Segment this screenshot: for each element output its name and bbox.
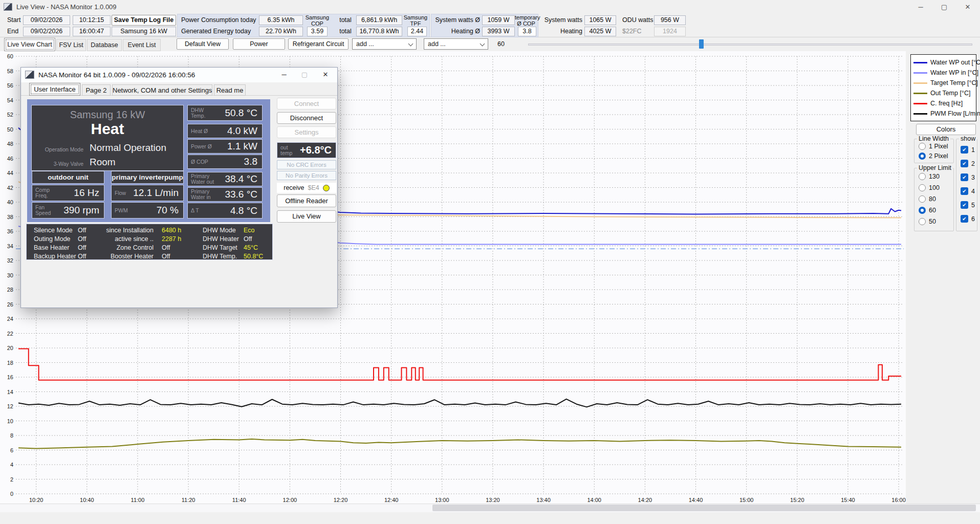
value-row-3-label: Ø COP (191, 159, 208, 165)
total-generated-label: total (337, 27, 354, 36)
show-checkbox-6[interactable]: ✔6 (961, 215, 975, 223)
upper-limit-130[interactable]: 130 (919, 173, 940, 180)
status-label: Booster Heater (103, 253, 154, 260)
value-row-4-label: PrimaryWater out (191, 173, 214, 185)
maximize-button[interactable]: ▢ (932, 0, 956, 14)
radio-icon[interactable] (919, 195, 926, 203)
radio-icon[interactable] (919, 152, 926, 160)
disconnect-button[interactable]: Disconnect (277, 112, 336, 124)
tab-event-list[interactable]: Event List (123, 39, 161, 51)
checkbox-icon[interactable]: ✔ (961, 146, 968, 154)
upper-limit-60[interactable]: 60 (919, 207, 936, 214)
line-width-2-pixel[interactable]: 2 Pixel (919, 152, 948, 160)
dialog-tab-network-com-and-other-settings[interactable]: Network, COM and other Settings (112, 84, 212, 96)
checkbox-icon[interactable]: ✔ (961, 215, 968, 223)
radio-icon[interactable] (919, 207, 926, 214)
add-series-dropdown-2[interactable]: add ... (424, 38, 488, 50)
radio-label: 130 (929, 173, 940, 180)
start-time-field[interactable]: 10:12:15 (73, 15, 111, 25)
x-tick-label: 11:00 (131, 497, 145, 503)
status-value: 50.8°C (244, 253, 263, 260)
refrigerant-circuit-button[interactable]: Refrigerant Circuit (288, 38, 349, 50)
add-series-dropdown-1[interactable]: add ... (352, 38, 417, 50)
right-panel: Water WP out [°C]Water WP in [°C]Target … (906, 51, 980, 504)
tab-database[interactable]: Database (87, 39, 122, 51)
checkbox-icon[interactable]: ✔ (961, 187, 968, 195)
tab-live-view-chart[interactable]: Live View Chart (4, 38, 55, 51)
value-row-5: PrimaryWater in33.6 °C (187, 187, 263, 202)
show-checkbox-3[interactable]: ✔3 (961, 173, 975, 181)
show-checkbox-2[interactable]: ✔2 (961, 160, 975, 167)
chart-legend: Water WP out [°C]Water WP in [°C]Target … (910, 54, 976, 121)
heating-value: 4025 W (584, 27, 616, 36)
value-row-0-value: 50.8 °C (225, 107, 257, 119)
upper-limit-80[interactable]: 80 (919, 195, 936, 203)
checkbox-icon[interactable]: ✔ (961, 173, 968, 181)
dialog-tab-read-me[interactable]: Read me (214, 84, 246, 96)
dialog-minimize-button[interactable]: ─ (277, 70, 291, 80)
default-view-button[interactable]: Default View (177, 38, 229, 50)
main-titlebar[interactable]: Live View - NASA Monitor 1.0.009 ─ ▢ ✕ (0, 0, 980, 14)
x-tick-label: 11:20 (182, 497, 195, 503)
value-row-6: Δ T4.8 °C (187, 203, 263, 219)
offline-reader-button[interactable]: Offline Reader (277, 194, 336, 207)
register-label: $22FC (622, 27, 642, 36)
minimize-button[interactable]: ─ (909, 0, 932, 14)
end-date-field[interactable]: 09/02/2026 (23, 27, 70, 36)
tab-fsv-list[interactable]: FSV List (56, 39, 86, 51)
upper-limit-100[interactable]: 100 (919, 184, 940, 191)
checkbox-icon[interactable]: ✔ (961, 160, 968, 167)
power-view-button[interactable]: Power (233, 38, 285, 50)
samsung-cop-label: Samsung COP (305, 15, 330, 27)
colors-button[interactable]: Colors (916, 124, 976, 135)
app-window: Live View - NASA Monitor 1.0.009 ─ ▢ ✕ S… (0, 0, 980, 524)
show-checkbox-1[interactable]: ✔1 (961, 146, 975, 154)
temporary-cop-label-line1: temporary (515, 14, 540, 20)
x-tick-label: 13:00 (435, 497, 449, 503)
status-value: Off (78, 253, 86, 260)
dialog-tab-page-2[interactable]: Page 2 (82, 84, 111, 96)
end-time-field[interactable]: 16:00:47 (73, 27, 111, 36)
x-tick-label: 14:00 (587, 497, 601, 503)
status-value: Off (162, 253, 170, 260)
y-tick-label: 18 (7, 360, 13, 366)
live-view-button[interactable]: Live View (277, 210, 336, 223)
upper-limit-50[interactable]: 50 (919, 218, 936, 225)
radio-icon[interactable] (919, 143, 926, 150)
radio-icon[interactable] (919, 173, 926, 180)
close-button[interactable]: ✕ (956, 0, 979, 14)
legend-item-5: PWM Flow [L/min] (913, 108, 974, 119)
power-consumption-label: Power Consumption today (181, 15, 256, 25)
receive-activity-led (323, 185, 330, 191)
horizontal-scrollbar-thumb[interactable] (432, 505, 976, 511)
y-tick-label: 56 (7, 82, 13, 89)
x-tick-label: 10:20 (29, 497, 43, 503)
radio-icon[interactable] (919, 218, 926, 225)
radio-icon[interactable] (919, 184, 926, 191)
dialog-close-button[interactable]: ✕ (318, 70, 333, 80)
out-temp-label: out temp (280, 145, 292, 156)
save-temp-log-button[interactable]: Save Temp Log File (112, 15, 176, 26)
dialog-titlebar[interactable]: NASA Monitor 64 bit 1.0.009 - 09/02/2026… (21, 68, 337, 82)
operation-mode-value: Normal Operation (90, 142, 166, 154)
y-tick-label: 26 (7, 301, 13, 308)
show-checkbox-5[interactable]: ✔5 (961, 201, 975, 209)
heating-label: Heating (542, 27, 582, 36)
dialog-maximize-button[interactable]: ▢ (297, 70, 312, 80)
start-date-field[interactable]: 09/02/2026 (23, 15, 70, 25)
line-width-1-pixel[interactable]: 1 Pixel (919, 143, 948, 150)
settings-button[interactable]: Settings (277, 126, 336, 138)
pump-row-0-label: Flow (115, 190, 126, 196)
radio-label: 100 (929, 184, 940, 191)
pump-row-0-value: 12.1 L/min (133, 187, 179, 199)
nasa-monitor-dialog: NASA Monitor 64 bit 1.0.009 - 09/02/2026… (20, 67, 338, 308)
show-checkbox-4[interactable]: ✔4 (961, 187, 975, 195)
outdoor-row-1-value: 390 rpm (63, 205, 99, 216)
time-slider-track[interactable] (528, 43, 972, 46)
y-tick-label: 60 (7, 53, 13, 59)
checkbox-icon[interactable]: ✔ (961, 201, 968, 209)
device-name-field: Samsung 16 kW (112, 27, 176, 36)
dialog-tab-user-interface[interactable]: User Interface (29, 83, 80, 96)
connect-button[interactable]: Connect (277, 98, 336, 110)
time-slider-thumb[interactable] (699, 39, 704, 49)
